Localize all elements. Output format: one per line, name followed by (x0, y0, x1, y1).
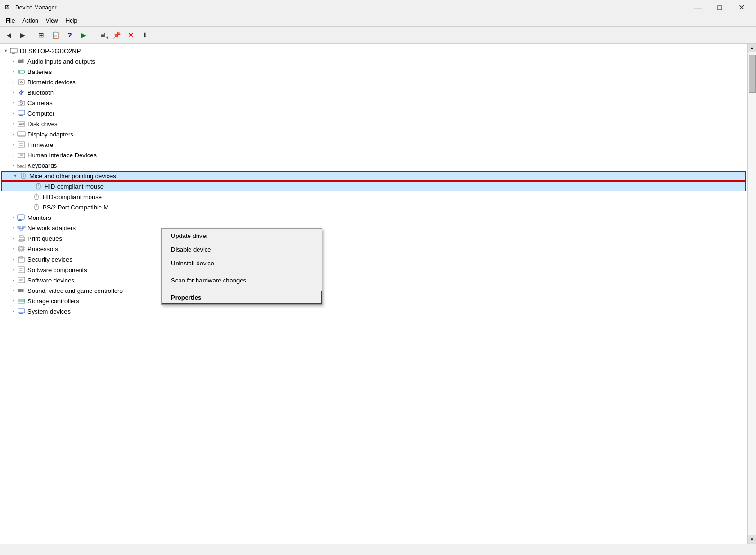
menu-action[interactable]: Action (18, 17, 42, 25)
tree-item-security[interactable]: › Security devices (0, 254, 747, 264)
tree-root[interactable]: ▼ DESKTOP-2GDO2NP (0, 45, 747, 56)
context-disable-device[interactable]: Disable device (162, 243, 322, 256)
storage-label: Storage controllers (27, 298, 79, 305)
tree-item-hid[interactable]: › Human Interface Devices (0, 150, 747, 160)
processors-expander[interactable]: › (9, 245, 17, 253)
title-bar: 🖥 Device Manager — □ ✕ (0, 0, 756, 15)
scan-button[interactable]: ⬇ (138, 28, 152, 42)
scrollbar-up-button[interactable]: ▲ (748, 44, 756, 52)
storage-expander[interactable]: › (9, 297, 17, 305)
network-icon (17, 224, 26, 232)
audio-expander[interactable]: › (9, 57, 17, 65)
title-bar-controls: — □ ✕ (687, 0, 752, 15)
tree-item-bluetooth[interactable]: › Bluetooth (0, 87, 747, 98)
display-expander[interactable]: › (9, 130, 17, 138)
batteries-expander[interactable]: › (9, 68, 17, 75)
svg-rect-6 (19, 71, 20, 73)
print-expander[interactable]: › (9, 235, 17, 242)
tree-item-print[interactable]: › Print queues (0, 233, 747, 244)
tree-item-sound[interactable]: › Sound, video and game controllers (0, 285, 747, 296)
device-tree[interactable]: ▼ DESKTOP-2GDO2NP › Audio inputs and out… (0, 44, 747, 544)
root-icon (9, 47, 18, 55)
svg-rect-73 (18, 299, 25, 301)
hid-expander[interactable]: › (9, 151, 17, 159)
tree-item-computer[interactable]: › Computer (0, 108, 747, 118)
context-uninstall-device[interactable]: Uninstall device (162, 256, 322, 270)
svg-rect-66 (18, 267, 25, 273)
run-button[interactable]: ▶ (77, 28, 90, 42)
remove-hardware-button[interactable]: 📌 (110, 28, 123, 42)
scrollbar-down-button[interactable]: ▼ (748, 535, 756, 544)
menu-view[interactable]: View (42, 17, 62, 25)
mice-expander[interactable]: ▼ (11, 172, 19, 180)
help-button[interactable]: ? (63, 28, 76, 42)
maximize-button[interactable]: □ (709, 0, 730, 15)
tree-item-batteries[interactable]: › Batteries (0, 66, 747, 77)
show-tree-button[interactable]: ⊞ (35, 28, 48, 42)
tree-item-disk[interactable]: › Disk drives (0, 118, 747, 129)
cameras-icon (17, 99, 26, 107)
tree-item-mice[interactable]: ▼ Mice and other pointing devices (1, 171, 746, 181)
svg-rect-44 (18, 226, 20, 228)
firmware-expander[interactable]: › (9, 141, 17, 148)
tree-item-sw-devices[interactable]: › Software devices (0, 275, 747, 285)
tree-item-hid-mouse-2[interactable]: › HID-compliant mouse (0, 191, 747, 202)
scrollbar[interactable]: ▲ ▼ (747, 44, 756, 544)
context-update-driver[interactable]: Update driver (162, 229, 322, 243)
svg-rect-45 (22, 226, 25, 228)
sw-components-expander[interactable]: › (9, 266, 17, 273)
minimize-button[interactable]: — (687, 0, 709, 15)
sound-expander[interactable]: › (9, 287, 17, 294)
context-properties[interactable]: Properties (162, 291, 322, 304)
tree-item-sw-components[interactable]: › Software components (0, 264, 747, 275)
tree-item-biometric[interactable]: › Biometric devices (0, 77, 747, 87)
security-expander[interactable]: › (9, 255, 17, 263)
menu-help[interactable]: Help (62, 17, 81, 25)
sw-devices-expander[interactable]: › (9, 276, 17, 284)
tree-item-hid-mouse-1[interactable]: › HID-compliant mouse (1, 181, 746, 191)
forward-button[interactable]: ▶ (16, 28, 29, 42)
tree-item-cameras[interactable]: › Cameras (0, 98, 747, 108)
tree-item-system[interactable]: › System devices (0, 306, 747, 317)
tree-item-display[interactable]: › Display adapters (0, 129, 747, 139)
monitors-expander[interactable]: › (9, 214, 17, 221)
context-scan-hardware[interactable]: Scan for hardware changes (162, 273, 322, 287)
close-button[interactable]: ✕ (730, 0, 752, 15)
svg-rect-1 (12, 53, 15, 54)
scrollbar-track[interactable] (748, 52, 756, 535)
context-separator-2 (162, 289, 322, 289)
tree-item-firmware[interactable]: › Firmware (0, 139, 747, 150)
processors-icon (17, 245, 26, 253)
bluetooth-expander[interactable]: › (9, 89, 17, 96)
svg-rect-5 (24, 71, 25, 73)
svg-rect-31 (19, 166, 23, 167)
disk-expander[interactable]: › (9, 120, 17, 127)
network-expander[interactable]: › (9, 224, 17, 232)
tree-item-ps2[interactable]: › PS/2 Port Compatible M... (0, 202, 747, 212)
tree-item-processors[interactable]: › Processors (0, 244, 747, 254)
root-expander[interactable]: ▼ (2, 47, 9, 55)
keyboards-expander[interactable]: › (9, 162, 17, 169)
network-label: Network adapters (27, 225, 76, 232)
tree-item-network[interactable]: › Network adapters (0, 223, 747, 233)
scrollbar-thumb[interactable] (749, 55, 756, 93)
svg-rect-54 (19, 247, 24, 251)
svg-rect-13 (18, 116, 24, 116)
cameras-expander[interactable]: › (9, 99, 17, 107)
display-icon (17, 130, 26, 138)
uninstall-button[interactable]: ✕ (124, 28, 137, 42)
tree-item-audio[interactable]: › Audio inputs and outputs (0, 56, 747, 66)
svg-point-34 (23, 176, 24, 177)
tree-item-keyboards[interactable]: › Keyboards (0, 160, 747, 171)
computer-expander[interactable]: › (9, 109, 17, 117)
system-expander[interactable]: › (9, 308, 17, 315)
add-hardware-button[interactable]: 🖥 + (96, 28, 109, 42)
svg-rect-14 (18, 122, 25, 126)
tree-item-storage[interactable]: › Storage controllers (0, 296, 747, 306)
svg-rect-69 (18, 277, 25, 283)
tree-item-monitors[interactable]: › Monitors (0, 212, 747, 223)
back-button[interactable]: ◀ (2, 28, 15, 42)
biometric-expander[interactable]: › (9, 78, 17, 86)
list-button[interactable]: 📋 (49, 28, 62, 42)
menu-file[interactable]: File (2, 17, 18, 25)
